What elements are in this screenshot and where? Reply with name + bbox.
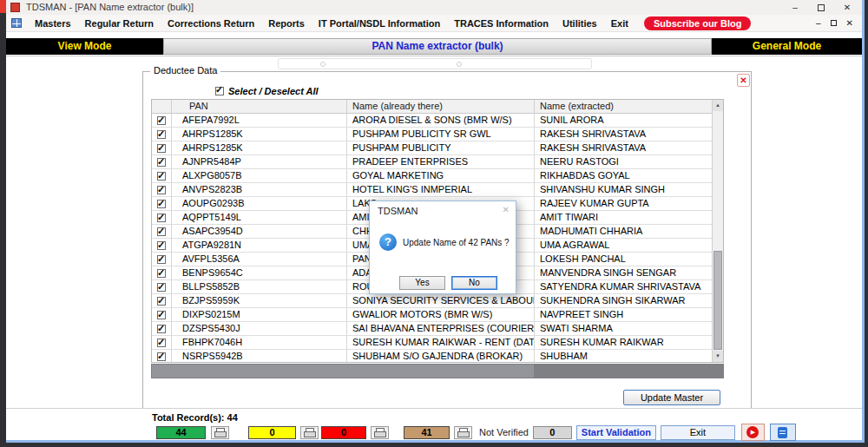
row-checkbox-cell[interactable] — [152, 350, 172, 362]
menu-item-it-portal-nsdl-information[interactable]: IT Portal/NSDL Information — [312, 18, 447, 29]
row-checkbox[interactable] — [157, 269, 166, 278]
row-checkbox-cell[interactable] — [152, 266, 172, 279]
minimize-icon[interactable]: – — [782, 0, 808, 15]
row-checkbox[interactable] — [157, 158, 166, 167]
not-verified-count-box: 0 — [533, 426, 572, 439]
row-checkbox-cell[interactable] — [152, 336, 172, 349]
subscribe-blog-button[interactable]: Subscribe our Blog — [644, 16, 751, 30]
row-checkbox[interactable] — [157, 130, 166, 139]
table-row[interactable]: AHRPS1285K PUSHPAM PUBLICITY SR GWL RAKE… — [152, 128, 712, 141]
row-checkbox[interactable] — [157, 283, 166, 292]
row-checkbox-cell[interactable] — [152, 322, 172, 335]
menu-item-regular-return[interactable]: Regular Return — [78, 18, 161, 29]
pan-cell: AHRPS1285K — [172, 141, 347, 154]
name-already-cell: PUSHPAM PUBLICITY SR GWL — [347, 128, 535, 141]
table-row[interactable]: AHRPS1285K PUSHPAM PUBLICITY RAKESH SHRI… — [152, 141, 712, 155]
row-checkbox-cell[interactable] — [152, 128, 172, 141]
table-row[interactable]: NSRPS5942B SHUBHAM S/O GAJENDRA (BROKAR)… — [152, 350, 712, 362]
print-red-button[interactable] — [371, 426, 389, 439]
row-checkbox-cell[interactable] — [152, 141, 172, 154]
horizontal-scrollbar[interactable] — [151, 364, 724, 378]
row-checkbox-cell[interactable] — [152, 239, 172, 252]
print-tan-button[interactable] — [454, 426, 472, 439]
table-row[interactable]: AJNPR5484P PRADEEP ENTERPRISES NEERU RAS… — [152, 155, 712, 169]
table-row[interactable]: BZJPS5959K SONIYA SECURITY SERVICES & LA… — [152, 294, 712, 308]
start-validation-button[interactable]: Start Validation — [576, 425, 656, 440]
row-checkbox[interactable] — [157, 186, 166, 194]
name-already-cell: SHUBHAM S/O GAJENDRA (BROKAR) — [347, 350, 535, 362]
row-checkbox[interactable] — [157, 339, 166, 347]
name-already-cell: HOTEL KING'S INMPERIAL — [347, 183, 535, 196]
name-extracted-cell: MANVENDRA SINGH SENGAR — [535, 266, 712, 279]
row-checkbox[interactable] — [157, 227, 166, 236]
update-master-button[interactable]: Update Master — [623, 390, 720, 405]
row-checkbox-cell[interactable] — [152, 114, 172, 127]
app-icon — [10, 3, 20, 12]
print-total-button[interactable] — [211, 426, 229, 439]
row-checkbox[interactable] — [157, 116, 166, 125]
menu-item-masters[interactable]: Masters — [28, 18, 78, 29]
exit-button[interactable]: Exit — [661, 425, 735, 440]
row-checkbox[interactable] — [157, 144, 166, 153]
mdi-restore-icon[interactable] — [831, 20, 837, 26]
table-row[interactable]: AFEPA7992L ARORA DIESEL & SONS (BMR W/S)… — [152, 114, 712, 128]
row-checkbox[interactable] — [157, 352, 166, 361]
row-checkbox-cell[interactable] — [152, 211, 172, 224]
row-checkbox[interactable] — [157, 311, 166, 319]
run-button[interactable]: ▶ — [741, 424, 765, 441]
message-dialog: TDSMAN ✕ ? Update Name of 42 PANs ? Yes … — [369, 200, 516, 294]
table-row[interactable]: ANVPS2823B HOTEL KING'S INMPERIAL SHIVAN… — [152, 183, 712, 197]
row-checkbox-cell[interactable] — [152, 183, 172, 196]
mdi-close-icon[interactable]: ✕ — [846, 18, 853, 28]
dialog-no-button[interactable]: No — [451, 276, 497, 290]
row-checkbox-cell[interactable] — [152, 155, 172, 168]
row-checkbox[interactable] — [157, 200, 166, 208]
table-row[interactable]: DIXPS0215M GWALIOR MOTORS (BMR W/S) NAVP… — [152, 308, 712, 322]
row-checkbox-cell[interactable] — [152, 197, 172, 210]
row-checkbox-cell[interactable] — [152, 169, 172, 182]
select-deselect-all[interactable]: Select / Deselect All — [215, 86, 319, 96]
print-yellow-button[interactable] — [300, 426, 319, 439]
name-extracted-cell: SATYENDRA KUMAR SHRIVASTAVA — [535, 280, 712, 293]
row-checkbox-cell[interactable] — [152, 308, 172, 321]
vertical-scrollbar[interactable]: ▲ ▼ — [712, 100, 723, 362]
name-extracted-cell: RAKESH SHRIVASTAVA — [535, 141, 712, 154]
divider — [6, 408, 862, 409]
row-checkbox-cell[interactable] — [152, 253, 172, 266]
table-row[interactable]: FBHPK7046H SURESH KUMAR RAIKWAR - RENT (… — [152, 336, 712, 350]
mode-bar: View Mode PAN Name extractor (bulk) Gene… — [6, 38, 862, 55]
scroll-up-icon[interactable]: ▲ — [713, 100, 723, 111]
row-checkbox-cell[interactable] — [152, 294, 172, 307]
name-already-cell: GWALIOR MOTORS (BMR W/S) — [347, 308, 535, 321]
dialog-yes-button[interactable]: Yes — [399, 276, 445, 290]
maximize-icon[interactable] — [808, 0, 834, 15]
row-checkbox-cell[interactable] — [152, 280, 172, 293]
scrollbar-thumb[interactable] — [713, 251, 722, 350]
header-name-already: Name (already there) — [347, 100, 535, 113]
table-row[interactable]: ALXPG8057B GOYAL MARKETING RIKHABDAS GOY… — [152, 169, 712, 183]
dialog-close-icon[interactable]: ✕ — [503, 205, 510, 214]
row-checkbox[interactable] — [157, 214, 166, 222]
pan-cell: AQPPT5149L — [172, 211, 347, 224]
pan-cell: ASAPC3954D — [172, 225, 347, 238]
row-checkbox[interactable] — [157, 325, 166, 333]
menu-item-traces-information[interactable]: TRACES Information — [447, 18, 556, 29]
row-checkbox[interactable] — [157, 241, 166, 250]
row-checkbox-cell[interactable] — [152, 225, 172, 238]
name-already-cell: PRADEEP ENTERPRISES — [347, 155, 535, 168]
row-checkbox[interactable] — [157, 297, 166, 306]
menu-item-exit[interactable]: Exit — [604, 18, 635, 29]
scroll-down-icon[interactable]: ▼ — [713, 351, 723, 362]
mdi-minimize-icon[interactable]: – — [816, 18, 821, 28]
menu-item-corrections-return[interactable]: Corrections Return — [161, 18, 261, 29]
menu-item-reports[interactable]: Reports — [261, 18, 312, 29]
row-checkbox[interactable] — [157, 172, 166, 181]
close-icon[interactable]: ✕ — [834, 0, 860, 15]
table-row[interactable]: DZSPS5430J SAI BHAVANA ENTERPRISES (COUR… — [152, 322, 712, 336]
select-all-checkbox[interactable] — [215, 87, 224, 95]
menu-item-utilities[interactable]: Utilities — [556, 18, 604, 29]
calculator-button[interactable] — [770, 424, 796, 441]
row-checkbox[interactable] — [157, 255, 166, 264]
panel-close-icon[interactable]: ✕ — [737, 74, 750, 87]
horizontal-scrollbar-thumb[interactable] — [152, 365, 534, 378]
